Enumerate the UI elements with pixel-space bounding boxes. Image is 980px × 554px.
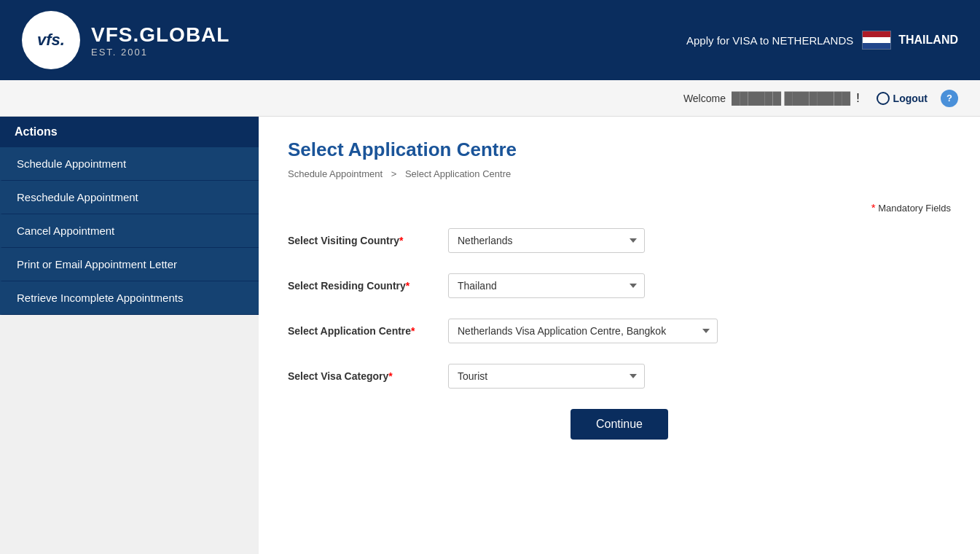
content-area: Select Application Centre Schedule Appoi… [259, 117, 980, 554]
visiting-country-label: Select Visiting Country* [288, 235, 448, 246]
flag-blue [863, 43, 890, 49]
breadcrumb-current: Select Application Centre [405, 168, 511, 179]
logout-button[interactable]: Logout [877, 92, 928, 105]
breadcrumb-home[interactable]: Schedule Appointment [288, 168, 383, 179]
exclamation: ! [856, 92, 859, 105]
flag-red [863, 31, 890, 37]
continue-button[interactable]: Continue [571, 409, 668, 440]
visa-text: Apply for VISA to NETHERLANDS [686, 34, 853, 47]
main-layout: Actions Schedule Appointment Reschedule … [0, 117, 980, 554]
help-icon[interactable]: ? [941, 90, 958, 107]
app-centre-label: Select Application Centre* [288, 325, 448, 337]
visiting-country-row: Select Visiting Country* Netherlands [288, 228, 951, 253]
visiting-country-select[interactable]: Netherlands [448, 228, 645, 253]
sidebar-item-retrieve[interactable]: Retrieve Incomplete Appointments [0, 281, 259, 315]
residing-country-label: Select Residing Country* [288, 280, 448, 292]
netherlands-flag [862, 31, 891, 50]
sidebar: Actions Schedule Appointment Reschedule … [0, 117, 259, 554]
sidebar-item-print[interactable]: Print or Email Appointment Letter [0, 248, 259, 281]
username-display: ██████ ████████ [732, 92, 850, 105]
power-icon [877, 92, 890, 105]
visa-category-select[interactable]: Tourist [448, 364, 645, 389]
brand-main: VFS.GLOBAL [91, 23, 230, 47]
header-country: THAILAND [898, 34, 958, 47]
app-centre-select[interactable]: Netherlands Visa Application Centre, Ban… [448, 319, 718, 343]
help-label: ? [946, 93, 952, 104]
logo-vfs-text: vfs. [37, 31, 65, 50]
asterisk-icon: * [871, 201, 876, 214]
residing-country-select[interactable]: Thailand [448, 273, 645, 298]
mandatory-note: * Mandatory Fields [288, 201, 951, 214]
sidebar-item-schedule[interactable]: Schedule Appointment [0, 147, 259, 181]
header-right: Apply for VISA to NETHERLANDS THAILAND [686, 31, 958, 50]
sidebar-item-reschedule[interactable]: Reschedule Appointment [0, 181, 259, 214]
header: vfs. VFS.GLOBAL EST. 2001 Apply for VISA… [0, 0, 980, 80]
breadcrumb-sep: > [391, 168, 397, 179]
welcome-label: Welcome [683, 93, 726, 104]
sidebar-item-cancel[interactable]: Cancel Appointment [0, 214, 259, 248]
actions-header: Actions [0, 117, 259, 147]
visa-category-label: Select Visa Category* [288, 370, 448, 382]
subheader: Welcome ██████ ████████ ! Logout ? [0, 80, 980, 117]
page-title: Select Application Centre [288, 138, 951, 161]
mandatory-label: Mandatory Fields [878, 203, 951, 214]
logo-brand: VFS.GLOBAL EST. 2001 [91, 23, 230, 58]
residing-country-row: Select Residing Country* Thailand [288, 273, 951, 298]
brand-sub: EST. 2001 [91, 47, 230, 58]
breadcrumb: Schedule Appointment > Select Applicatio… [288, 168, 951, 179]
app-centre-row: Select Application Centre* Netherlands V… [288, 319, 951, 343]
flag-white [863, 37, 890, 43]
logout-label: Logout [893, 93, 928, 104]
visa-category-row: Select Visa Category* Tourist [288, 364, 951, 389]
logo-circle: vfs. [22, 11, 80, 69]
